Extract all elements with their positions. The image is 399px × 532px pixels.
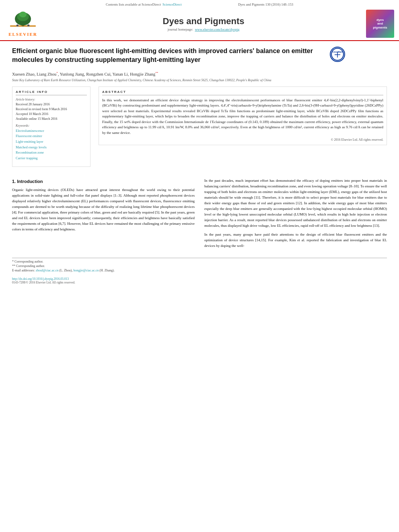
abstract-text: In this work, we demonstrated an efficie… <box>102 98 383 136</box>
journal-header: Contents lists available at ScienceDirec… <box>0 0 399 41</box>
keyword-2: Fluorescent emitter <box>16 134 87 139</box>
abstract-column: ABSTRACT In this work, we demonstrated a… <box>99 86 387 171</box>
article-dates: Received 28 January 2016 Received in rev… <box>16 102 87 121</box>
article-history-label: Article history: <box>16 98 87 101</box>
svg-point-5 <box>16 25 19 27</box>
body-col-right: In the past decades, much important effo… <box>204 178 387 252</box>
journal-logo-row: ELSEVIER Dyes and Pigments journal homep… <box>0 7 399 40</box>
sciencedirect-notice: Contents lists available at ScienceDirec… <box>106 2 161 6</box>
article-info-column: ARTICLE INFO Article history: Received 2… <box>12 86 90 171</box>
body-col-left: 1. Introduction Organic light-emitting d… <box>12 178 195 252</box>
journal-title-center: Dyes and Pigments journal homepage: www.… <box>41 16 366 31</box>
keyword-6: Carrier trapping <box>16 156 87 161</box>
article-history-group: Article history: Received 28 January 201… <box>16 98 87 121</box>
footnote-2: ** Corresponding author. <box>12 264 387 268</box>
elsevier-tree-icon <box>7 11 39 31</box>
journal-right-logo: dyesandpigments <box>366 10 394 38</box>
intro-paragraph-1: Organic light-emitting devices (OLEDs) h… <box>12 187 195 232</box>
keywords-label: Keywords: <box>16 124 87 127</box>
article-title: Efficient organic blue fluorescent light… <box>12 47 326 64</box>
email-hongjie[interactable]: hongjie@ciac.ac.cn <box>73 269 99 272</box>
elsevier-name: ELSEVIER <box>8 32 37 37</box>
svg-point-6 <box>27 25 29 27</box>
crossmark: CrossMark <box>330 47 346 63</box>
abstract-label: ABSTRACT <box>102 90 383 95</box>
affiliation: State Key Laboratory of Rare Earth Resou… <box>12 78 387 82</box>
footnotes: * Corresponding author. ** Corresponding… <box>12 258 387 272</box>
keyword-1: Electroluminescence <box>16 128 87 134</box>
sciencedirect-link[interactable]: ScienceDirect <box>162 2 182 6</box>
article-info-box: ARTICLE INFO Article history: Received 2… <box>12 86 90 167</box>
email-zhou[interactable]: zhoul@ciac.ac.cn <box>36 269 59 272</box>
main-content: Efficient organic blue fluorescent light… <box>0 41 399 288</box>
abstract-box: ABSTRACT In this work, we demonstrated a… <box>99 86 387 146</box>
homepage-url[interactable]: www.elsevier.com/locate/dyepig <box>195 27 239 31</box>
homepage-label: journal homepage: <box>168 27 193 31</box>
keywords-group: Keywords: Electroluminescence Fluorescen… <box>16 124 87 161</box>
received-revised-date: Received in revised form 9 March 2016 <box>16 107 87 112</box>
volume-info: Dyes and Pigments 130 (2016) 148–153 <box>238 2 293 6</box>
article-info-row: ARTICLE INFO Article history: Received 2… <box>12 86 387 171</box>
abstract-copyright: © 2016 Elsevier Ltd. All rights reserved… <box>102 138 383 142</box>
intro-paragraph-3: In the past years, many groups have paid… <box>204 232 387 249</box>
journal-top-bar: Contents lists available at ScienceDirec… <box>0 2 399 7</box>
intro-paragraph-2: In the past decades, much important effo… <box>204 178 387 228</box>
keyword-3: Light-emitting layer <box>16 139 87 145</box>
authors: Xuesen Zhao, Liang Zhou*, Yunlong Jiang,… <box>12 71 387 76</box>
bottom-bar: http://dx.doi.org/10.1016/j.dyepig.2016.… <box>12 275 387 284</box>
accepted-date: Accepted 10 March 2016 <box>16 112 87 117</box>
keyword-4: Matched energy levels <box>16 145 87 150</box>
keywords-list: Electroluminescence Fluorescent emitter … <box>16 128 87 161</box>
journal-name: Dyes and Pigments <box>41 16 366 27</box>
article-info-label: ARTICLE INFO <box>16 90 87 95</box>
footnote-1: * Corresponding author. <box>12 260 387 263</box>
crossmark-icon: CrossMark <box>330 47 345 62</box>
svg-point-4 <box>19 12 27 18</box>
article-body: 1. Introduction Organic light-emitting d… <box>12 178 387 252</box>
journal-homepage: journal homepage: www.elsevier.com/locat… <box>41 27 366 31</box>
available-date: Available online 15 March 2016 <box>16 117 87 121</box>
keyword-5: Recombination zone <box>16 150 87 156</box>
received-date: Received 28 January 2016 <box>16 102 87 107</box>
email-label: E-mail addresses: <box>12 269 35 272</box>
doi-link[interactable]: http://dx.doi.org/10.1016/j.dyepig.2016.… <box>12 277 69 281</box>
section-1-title: 1. Introduction <box>12 178 195 185</box>
body-columns: 1. Introduction Organic light-emitting d… <box>12 178 387 252</box>
footnote-emails: E-mail addresses: zhoul@ciac.ac.cn (L. Z… <box>12 269 387 272</box>
elsevier-logo: ELSEVIER <box>5 11 41 37</box>
issn-notice: 0143-7208/© 2016 Elsevier Ltd. All right… <box>12 281 75 284</box>
right-logo-text: dyesandpigments <box>373 18 387 30</box>
